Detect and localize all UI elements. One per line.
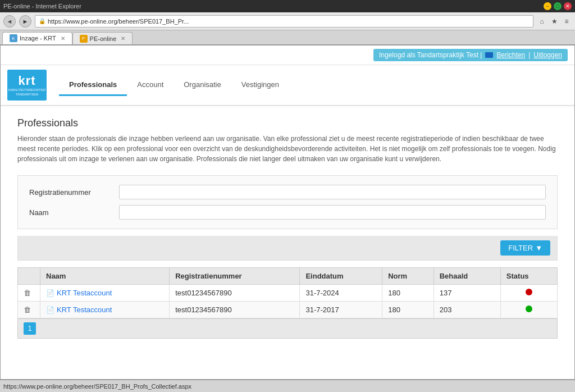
home-icon[interactable]: ⌂ <box>537 16 547 26</box>
col-registratienummer: Registratienummer <box>170 268 300 285</box>
doc-icon: 📄 <box>46 306 54 314</box>
logo-area: krt KWALITEITSREGISTER TANDARTSEN <box>1 65 53 105</box>
page-title: Professionals <box>17 117 558 129</box>
filter-down-icon: ▼ <box>535 244 542 252</box>
status-dot <box>526 289 532 295</box>
row-einddatum-cell: 31-7-2017 <box>300 302 382 318</box>
window-title-area: PE-online - Internet Explorer <box>3 3 81 10</box>
uitloggen-link[interactable]: Uitloggen <box>533 51 562 59</box>
login-info: Ingelogd als Tandartspraktijk Test | Ber… <box>373 49 568 61</box>
norm-value: 180 <box>388 289 400 297</box>
lock-icon: 🔒 <box>39 18 45 24</box>
filter-button-row: FILTER ▼ <box>17 236 558 261</box>
settings-icon[interactable]: ≡ <box>562 16 572 26</box>
maximize-button[interactable]: □ <box>554 2 562 10</box>
status-url: https://www.pe-online.org/beheer/SPE017_… <box>3 383 191 390</box>
nav-tabs: Professionals Account Organisatie Vestig… <box>53 75 295 96</box>
naam-input[interactable] <box>119 205 546 220</box>
col-status: Status <box>500 268 557 285</box>
close-button[interactable]: ✕ <box>564 2 572 10</box>
page-number-1[interactable]: 1 <box>24 322 36 335</box>
logo-sub-line2: TANDARTSEN <box>16 93 38 97</box>
table-row: 🗑 📄 KRT Testaccount test01234567890 31-7… <box>18 302 558 318</box>
back-button[interactable]: ◄ <box>3 15 16 28</box>
naam-value: KRT Testaccount <box>57 306 112 314</box>
status-dot <box>526 306 532 312</box>
col-actions <box>18 268 40 285</box>
browser-tab-label-pe: PE-online <box>90 35 117 42</box>
filter-button-label: FILTER <box>508 244 533 252</box>
url-text: https://www.pe-online.org/beheer/SPE017_… <box>48 18 189 25</box>
favorites-icon[interactable]: ★ <box>549 16 559 26</box>
registratienummer-value: test01234567890 <box>175 306 231 314</box>
logo-box: krt KWALITEITSREGISTER TANDARTSEN <box>7 70 47 101</box>
nav-tab-professionals[interactable]: Professionals <box>59 75 127 96</box>
page-description: Hieronder staan de professionals die inz… <box>17 134 558 164</box>
professionals-table: Naam Registratienummer Einddatum Norm Be… <box>17 267 558 318</box>
separator: | <box>528 51 530 59</box>
nav-tab-account[interactable]: Account <box>127 75 174 96</box>
mail-icon <box>485 52 493 58</box>
row-status-cell <box>500 285 557 302</box>
login-text: Ingelogd als Tandartspraktijk Test | <box>379 51 482 59</box>
tab-close-inzage[interactable]: ✕ <box>61 35 65 42</box>
table-row: 🗑 📄 KRT Testaccount test01234567890 31-7… <box>18 285 558 302</box>
tab-icon-pe: P <box>80 35 88 43</box>
nav-tab-vestigingen[interactable]: Vestigingen <box>231 75 289 96</box>
row-norm-cell: 180 <box>382 285 433 302</box>
registratienummer-label: Registratienummer <box>29 188 119 197</box>
status-bar: https://www.pe-online.org/beheer/SPE017_… <box>0 380 575 392</box>
filter-button[interactable]: FILTER ▼ <box>500 240 550 256</box>
browser-tabs-bar: K Inzage - KRT ✕ P PE-online ✕ <box>0 30 575 45</box>
forward-button[interactable]: ► <box>19 15 31 28</box>
norm-value: 180 <box>388 306 400 314</box>
address-bar[interactable]: 🔒 https://www.pe-online.org/beheer/SPE01… <box>35 15 533 28</box>
behaald-value: 203 <box>440 306 452 314</box>
pagination: 1 <box>17 318 558 339</box>
row-naam-cell: 📄 KRT Testaccount <box>40 285 170 302</box>
logo-krt: krt <box>18 74 35 88</box>
row-behaald-cell: 137 <box>433 285 500 302</box>
row-delete-cell: 🗑 <box>18 302 40 318</box>
browser-tab-label-inzage: Inzage - KRT <box>20 35 56 42</box>
browser-toolbar: ◄ ► 🔒 https://www.pe-online.org/beheer/S… <box>0 12 575 30</box>
behaald-value: 137 <box>440 289 452 297</box>
row-naam-cell: 📄 KRT Testaccount <box>40 302 170 318</box>
tab-close-pe[interactable]: ✕ <box>121 35 125 42</box>
minimize-button[interactable]: − <box>544 2 551 10</box>
col-behaald: Behaald <box>433 268 500 285</box>
delete-icon[interactable]: 🗑 <box>24 289 31 297</box>
col-einddatum: Einddatum <box>300 268 382 285</box>
page: Ingelogd als Tandartspraktijk Test | Ber… <box>0 45 575 380</box>
filter-form: Registratienummer Naam <box>17 175 558 229</box>
einddatum-value: 31-7-2017 <box>305 306 339 314</box>
naam-link[interactable]: 📄 KRT Testaccount <box>46 289 163 297</box>
window-controls: − □ ✕ <box>544 2 572 10</box>
row-einddatum-cell: 31-7-2024 <box>300 285 382 302</box>
table-header-row: Naam Registratienummer Einddatum Norm Be… <box>18 268 558 285</box>
tab-icon-inzage: K <box>10 34 17 42</box>
registratienummer-value: test01234567890 <box>175 289 231 297</box>
logo-sub-line1: KWALITEITSREGISTER <box>8 88 45 93</box>
filter-row-registratienummer: Registratienummer <box>29 185 546 199</box>
app-header: krt KWALITEITSREGISTER TANDARTSEN Profes… <box>1 65 574 106</box>
row-behaald-cell: 203 <box>433 302 500 318</box>
einddatum-value: 31-7-2024 <box>305 289 339 297</box>
registratienummer-input[interactable] <box>119 185 546 199</box>
nav-tab-organisatie[interactable]: Organisatie <box>174 75 231 96</box>
window-chrome: PE-online - Internet Explorer − □ ✕ <box>0 0 575 12</box>
filter-row-naam: Naam <box>29 205 546 220</box>
naam-link[interactable]: 📄 KRT Testaccount <box>46 306 163 314</box>
delete-icon[interactable]: 🗑 <box>24 306 31 314</box>
browser-tab-inzage[interactable]: K Inzage - KRT ✕ <box>2 32 72 44</box>
row-status-cell <box>500 302 557 318</box>
col-norm: Norm <box>382 268 433 285</box>
browser-tab-pe[interactable]: P PE-online ✕ <box>72 32 133 44</box>
row-registratienummer-cell: test01234567890 <box>170 285 300 302</box>
naam-label: Naam <box>29 208 119 217</box>
berichten-link[interactable]: Berichten <box>496 51 525 59</box>
doc-icon: 📄 <box>46 289 54 297</box>
top-bar: Ingelogd als Tandartspraktijk Test | Ber… <box>1 45 574 65</box>
browser-icons: ⌂ ★ ≡ <box>537 16 572 26</box>
main-content: Professionals Hieronder staan de profess… <box>1 106 574 379</box>
